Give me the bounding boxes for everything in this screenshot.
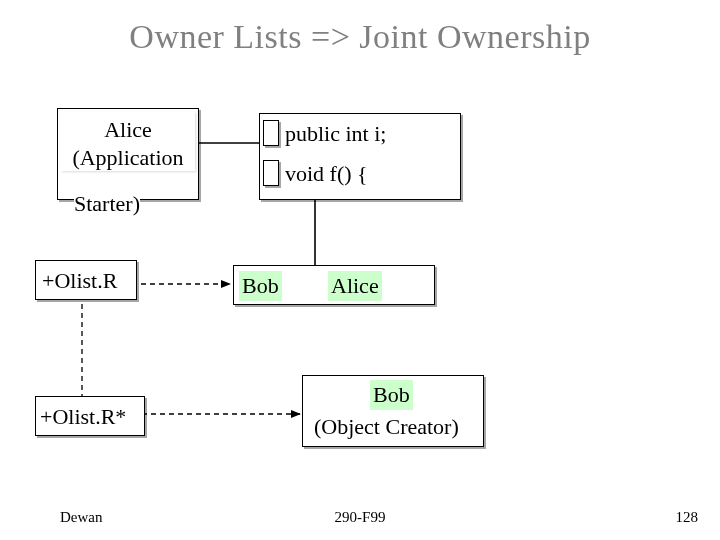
code-box-front: public int i; void f() {: [263, 116, 457, 195]
alice-box-front: Alice (Application: [61, 112, 195, 171]
footer-page: 128: [676, 509, 699, 526]
alice-line2: (Application: [61, 144, 195, 172]
starter-label: Starter): [74, 190, 140, 218]
alice-label: Alice: [328, 271, 382, 301]
code-line1: public int i;: [285, 120, 386, 148]
olist-rstar-label: +Olist.R*: [40, 403, 126, 431]
code-line2: void f() {: [285, 160, 368, 188]
code-inner-marker-1: [263, 120, 279, 146]
footer-course: 290-F99: [0, 509, 720, 526]
alice-line1: Alice: [61, 116, 195, 144]
olist-r-label: +Olist.R: [42, 267, 117, 295]
slide-title: Owner Lists => Joint Ownership: [0, 18, 720, 56]
bob2-label: Bob: [370, 380, 413, 410]
creator-label: (Object Creator): [314, 413, 459, 441]
code-inner-marker-2: [263, 160, 279, 186]
bob-label: Bob: [239, 271, 282, 301]
